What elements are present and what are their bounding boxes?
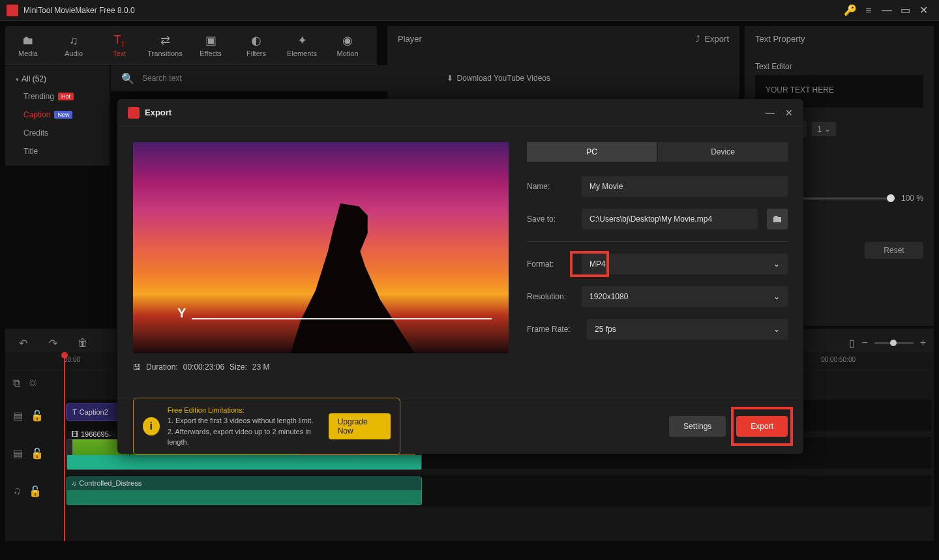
clip-label: Controlled_Distress xyxy=(79,479,142,487)
key-icon[interactable]: 🔑 xyxy=(841,3,859,18)
save-icon: 🖫 xyxy=(133,362,141,372)
duration-label: Duration: xyxy=(146,362,178,372)
browse-button[interactable]: 🖿 xyxy=(767,209,788,229)
effects-icon: ▣ xyxy=(205,33,216,48)
track-settings-icon[interactable]: ⛭ xyxy=(28,377,38,389)
subtitle-line xyxy=(192,318,492,319)
sidebar-all[interactable]: ▾All (52) xyxy=(5,70,110,87)
settings-button[interactable]: Settings xyxy=(669,416,726,437)
format-select[interactable]: MP4⌄ xyxy=(582,254,788,274)
panel-title: Text Property xyxy=(755,34,923,44)
track-menu-icon[interactable]: ▤ xyxy=(13,447,23,460)
tab-transitions-label: Transitions xyxy=(147,50,182,57)
sidebar-item-title[interactable]: Title xyxy=(5,142,110,160)
framerate-label: Frame Rate: xyxy=(527,325,578,334)
add-track-icon[interactable]: ⧉ xyxy=(13,377,20,389)
search-input[interactable] xyxy=(142,74,240,83)
lines-select[interactable]: 1⌄ xyxy=(812,122,836,136)
reset-button[interactable]: Reset xyxy=(865,242,923,259)
tab-audio[interactable]: ♫Audio xyxy=(51,26,97,65)
export-confirm-button[interactable]: Export xyxy=(736,416,788,437)
audio-track[interactable]: ♫Controlled_Distress xyxy=(67,475,931,507)
maximize-icon[interactable]: ▭ xyxy=(896,3,914,18)
dialog-header: Export — ✕ xyxy=(117,99,803,126)
motion-icon: ◉ xyxy=(342,33,353,48)
filters-icon: ◐ xyxy=(251,33,261,48)
slider-thumb[interactable] xyxy=(887,194,895,202)
lock-icon[interactable]: 🔓 xyxy=(29,485,42,497)
minimize-icon[interactable]: — xyxy=(766,108,775,118)
tab-elements[interactable]: ✦Elements xyxy=(279,26,325,65)
export-tabs: PC Device xyxy=(527,142,788,162)
export-icon: ⤴ xyxy=(696,34,700,44)
download-icon: ⬇ xyxy=(447,74,453,83)
chevron-down-icon: ⌄ xyxy=(773,292,780,301)
close-icon[interactable]: ✕ xyxy=(914,3,932,18)
tab-motion[interactable]: ◉Motion xyxy=(325,26,370,65)
format-label: Format: xyxy=(527,259,573,269)
save-to-label: Save to: xyxy=(527,214,573,224)
film-icon: 🎞 xyxy=(71,430,78,438)
tab-device[interactable]: Device xyxy=(658,142,788,162)
sidebar-item-trending[interactable]: TrendingHot xyxy=(5,87,110,106)
music-icon: ♫ xyxy=(69,34,78,48)
sidebar-item-credits[interactable]: Credits xyxy=(5,124,110,142)
preview-image: Y xyxy=(133,142,509,353)
redo-button[interactable]: ↷ xyxy=(43,337,63,349)
audio-clip[interactable]: ♫Controlled_Distress xyxy=(67,477,422,505)
time-mark: 00:00:50:00 xyxy=(821,352,934,370)
tab-text-label: Text xyxy=(113,50,126,57)
resolution-select[interactable]: 1920x1080⌄ xyxy=(582,286,788,307)
limitation-line1: 1. Export the first 3 videos without len… xyxy=(168,415,321,426)
sidebar-item-label: Credits xyxy=(23,128,48,138)
tab-filters[interactable]: ◐Filters xyxy=(233,26,279,65)
framerate-value: 25 fps xyxy=(595,325,616,334)
tab-effects-label: Effects xyxy=(200,50,221,57)
chevron-down-icon: ⌄ xyxy=(773,325,780,334)
zoom-slider[interactable] xyxy=(874,342,914,344)
tab-text[interactable]: TTText xyxy=(97,26,142,65)
limitation-heading: Free Edition Limitations: xyxy=(168,405,321,416)
text-icon: T xyxy=(72,408,77,416)
zoom-thumb[interactable] xyxy=(890,340,897,346)
sidebar-item-caption[interactable]: CaptionNew xyxy=(5,106,110,124)
undo-button[interactable]: ↶ xyxy=(13,337,33,349)
delete-button[interactable]: 🗑 xyxy=(73,337,93,349)
player-title: Player xyxy=(398,34,422,44)
lock-icon[interactable]: 🔓 xyxy=(31,447,44,460)
tab-motion-label: Motion xyxy=(336,50,358,57)
subtitle-y: Y xyxy=(177,306,186,321)
tab-media[interactable]: 🖿Media xyxy=(5,26,51,65)
lines-value: 1 xyxy=(817,125,822,134)
playhead[interactable] xyxy=(64,352,65,541)
frame-icon[interactable]: ▯ xyxy=(849,337,855,349)
tab-transitions[interactable]: ⇄Transitions xyxy=(142,26,188,65)
upgrade-button[interactable]: Upgrade Now xyxy=(329,413,391,439)
tab-pc[interactable]: PC xyxy=(527,142,657,162)
folder-icon: 🖿 xyxy=(22,34,34,48)
name-input[interactable] xyxy=(582,176,788,197)
zoom-out-button[interactable]: − xyxy=(861,337,867,349)
transition-icon: ⇄ xyxy=(160,33,170,48)
music-icon[interactable]: ♫ xyxy=(13,485,21,497)
zoom-in-button[interactable]: + xyxy=(920,337,926,349)
duration-value: 00:00:23:06 xyxy=(183,362,224,372)
track-menu-icon[interactable]: ▤ xyxy=(13,409,23,422)
close-icon[interactable]: ✕ xyxy=(785,108,793,118)
toolbar: 🖿Media ♫Audio TTText ⇄Transitions ▣Effec… xyxy=(5,26,377,65)
hot-badge: Hot xyxy=(58,93,74,100)
preview-meta: 🖫 Duration: 00:00:23:06 Size: 23 M xyxy=(133,362,509,372)
save-to-input[interactable] xyxy=(582,209,758,229)
download-youtube-button[interactable]: ⬇Download YouTube Videos xyxy=(447,74,550,83)
export-button[interactable]: ⤴Export xyxy=(696,34,729,44)
download-label: Download YouTube Videos xyxy=(457,74,550,83)
minimize-icon[interactable]: — xyxy=(878,3,896,18)
tab-effects[interactable]: ▣Effects xyxy=(188,26,233,65)
framerate-select[interactable]: 25 fps⌄ xyxy=(587,319,788,340)
app-logo-icon xyxy=(128,107,140,119)
audio-wave xyxy=(67,455,421,469)
limitation-notice: i Free Edition Limitations: 1. Export th… xyxy=(133,398,400,455)
caption-clip[interactable]: TCaption2 xyxy=(67,404,121,420)
menu-icon[interactable]: ≡ xyxy=(859,3,878,18)
lock-icon[interactable]: 🔓 xyxy=(31,409,44,422)
